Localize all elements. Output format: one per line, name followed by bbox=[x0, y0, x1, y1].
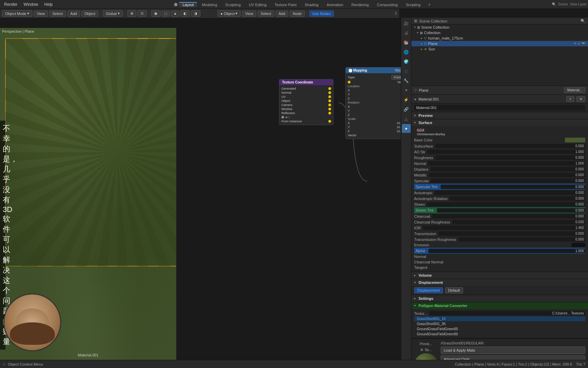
tab-animation[interactable]: Animation bbox=[323, 2, 347, 7]
subsurface-value[interactable]: 0.000 bbox=[435, 144, 585, 148]
specular-tint-value[interactable]: 0.000 bbox=[441, 185, 585, 189]
tab-shading[interactable]: Shading bbox=[301, 2, 322, 7]
preview-header[interactable]: ▾ Preview bbox=[411, 112, 588, 119]
tab-layout[interactable]: Layout bbox=[179, 2, 197, 7]
outliner-collection[interactable]: ▾ ⊞ Collection bbox=[411, 30, 588, 35]
plane-restriction-icons: 👁 🖱 📷 bbox=[574, 42, 585, 45]
modifier-properties-icon[interactable]: 🔧 bbox=[402, 76, 411, 85]
alpha-value[interactable]: 1.000 bbox=[428, 249, 585, 253]
shading-rendered-button[interactable]: ◑ bbox=[191, 10, 200, 17]
particles-properties-icon[interactable]: ✦ bbox=[402, 86, 411, 95]
tab-modeling[interactable]: Modeling bbox=[198, 2, 220, 7]
displacement-header[interactable]: ▾ Displacement bbox=[411, 279, 588, 286]
sheen-value[interactable]: 0.000 bbox=[427, 202, 585, 206]
tab-texture-paint[interactable]: Texture Paint bbox=[271, 2, 300, 7]
normal-value[interactable]: 1.000 bbox=[428, 161, 585, 166]
clearcoat-value[interactable]: 0.000 bbox=[432, 214, 585, 218]
add-button[interactable]: Add bbox=[67, 11, 80, 17]
add-workspace-button[interactable]: + bbox=[425, 1, 434, 8]
ao-value[interactable]: 1.000 bbox=[427, 150, 585, 154]
mapping-node[interactable]: ⬤ Mapping Vector Type: Point▾ Vector Loc… bbox=[345, 67, 408, 139]
surface-chevron: ▾ bbox=[414, 121, 416, 124]
menu-help[interactable]: Help bbox=[42, 1, 55, 7]
default-tab[interactable]: Default bbox=[445, 287, 463, 293]
collection-label: Collection bbox=[424, 31, 440, 35]
outliner-panel: ⊞ Scene Collection 🔍 ▾ ⊞ Scene Collectio… bbox=[411, 18, 588, 86]
tab-scripting[interactable]: Scripting bbox=[403, 2, 424, 7]
menu-window[interactable]: Window bbox=[21, 1, 41, 7]
load-apply-button[interactable]: Load & Apply Mate bbox=[441, 347, 585, 354]
material-name-input[interactable]: Material.001 bbox=[414, 105, 585, 110]
menu-render[interactable]: Render bbox=[1, 1, 20, 7]
world-properties-icon[interactable]: 🌍 bbox=[402, 57, 411, 66]
render-properties-icon[interactable]: 🎥 bbox=[402, 19, 411, 28]
metallic-value[interactable]: 0.000 bbox=[429, 173, 585, 177]
displacement-tab[interactable]: Displacement bbox=[414, 287, 443, 293]
object-button[interactable]: Object bbox=[81, 11, 98, 17]
sheen-tint-value[interactable]: 0.500 bbox=[437, 208, 585, 213]
viewport-3d[interactable]: Perspective | Plane 不幸的是，几乎没有3D软件可以解决这个问… bbox=[0, 28, 176, 360]
settings-header[interactable]: ▸ Settings bbox=[411, 295, 588, 302]
anisotropic-rot-value[interactable]: 0.000 bbox=[450, 196, 585, 201]
surface-header[interactable]: ▾ Surface bbox=[411, 119, 588, 126]
outliner-filter-icon[interactable]: 🔍 bbox=[581, 19, 585, 23]
sheen-label: Sheen bbox=[414, 202, 425, 206]
output-properties-icon[interactable]: 🖨 bbox=[402, 29, 411, 37]
props-material-tab[interactable]: Material... bbox=[564, 87, 585, 93]
use-nodes-button[interactable]: Use Nodes bbox=[309, 11, 334, 17]
texture-path-value[interactable]: C:\Users\r... Textures bbox=[429, 311, 585, 316]
shading-material-button[interactable]: ◐ bbox=[180, 10, 190, 17]
outliner-scene-collection[interactable]: ▾ ⊞ Scene Collection bbox=[411, 25, 588, 30]
outliner-plane[interactable]: ▸ ▽ Plane 👁 🖱 📷 bbox=[411, 41, 588, 46]
texture-coord-node[interactable]: Texture Coordinate Generated Normal UV O… bbox=[279, 79, 333, 125]
texture-item-0[interactable]: GrassShort001_1K bbox=[414, 316, 585, 321]
shading-solid-button[interactable]: ● bbox=[171, 11, 179, 17]
transform-global-dropdown[interactable]: Global ▾ bbox=[103, 10, 123, 17]
clearcoat-rough-value[interactable]: 0.030 bbox=[452, 220, 585, 224]
texture-item-3[interactable]: GroundGrassFieldGreen00 bbox=[414, 332, 585, 337]
tab-rendering[interactable]: Rendering bbox=[348, 2, 372, 7]
physics-properties-icon[interactable]: ⚡ bbox=[402, 95, 411, 104]
constraints-properties-icon[interactable]: 🔗 bbox=[402, 105, 411, 114]
outliner-human[interactable]: ▸ ▽ human_male_175cm bbox=[411, 35, 588, 41]
node-select-button[interactable]: Select bbox=[258, 11, 274, 17]
node-add-button[interactable]: Add bbox=[276, 11, 289, 17]
object-mode-dropdown[interactable]: Object Mode ▾ bbox=[2, 10, 32, 17]
scene-properties-icon[interactable]: 🌐 bbox=[402, 48, 411, 57]
view-button[interactable]: View bbox=[34, 11, 48, 17]
snap-button[interactable]: ⊕ bbox=[127, 10, 136, 17]
preview-sphere-icon[interactable]: ⚙ bbox=[420, 348, 423, 352]
texture-item-1[interactable]: GrassShort001_3K bbox=[414, 321, 585, 326]
delete-material-button[interactable]: ✕ bbox=[576, 96, 585, 102]
trans-rough-value[interactable]: 0.000 bbox=[458, 237, 585, 242]
material-properties-icon[interactable]: ● bbox=[402, 124, 411, 133]
displace-value[interactable]: 0.000 bbox=[430, 167, 585, 171]
overlay-button[interactable]: ◉ bbox=[151, 10, 161, 17]
volume-header[interactable]: ▸ Volume bbox=[411, 272, 588, 279]
node-node-button[interactable]: Node bbox=[290, 11, 305, 17]
node-editor[interactable]: Texture Coordinate Generated Normal UV O… bbox=[272, 28, 411, 360]
proportional-button[interactable]: ⊙ bbox=[137, 10, 147, 17]
base-color-swatch[interactable] bbox=[565, 138, 585, 142]
emission-swatch[interactable] bbox=[572, 243, 585, 247]
tab-sculpting[interactable]: Sculpting bbox=[222, 2, 244, 7]
roughness-value[interactable]: 0.000 bbox=[435, 155, 585, 160]
object-data-icon[interactable]: △ bbox=[402, 114, 411, 123]
shading-wire-button[interactable]: □ bbox=[162, 11, 170, 17]
tab-compositing[interactable]: Compositing bbox=[374, 2, 401, 7]
tab-uv[interactable]: UV Editing bbox=[245, 2, 270, 7]
specular-value[interactable]: 0.500 bbox=[431, 179, 585, 183]
object-properties-icon[interactable]: □ bbox=[402, 67, 411, 76]
texture-item-2[interactable]: GroundGrassFieldGreen00 bbox=[414, 326, 585, 332]
node-view-button[interactable]: View bbox=[242, 11, 256, 17]
new-material-button[interactable]: + bbox=[566, 96, 574, 102]
ior-value[interactable]: 1.450 bbox=[423, 226, 585, 230]
advanced-optic-button[interactable]: Advanced Optic bbox=[441, 355, 585, 360]
node-material-dropdown[interactable]: ● Object ▾ bbox=[217, 10, 241, 17]
view-layer-properties-icon[interactable]: 📚 bbox=[402, 38, 411, 47]
outliner-sun[interactable]: ▸ ☀ Sun bbox=[411, 46, 588, 52]
anisotropic-value[interactable]: 0.000 bbox=[435, 190, 585, 195]
polligon-header[interactable]: ▾ Polligon Material Converter bbox=[411, 302, 588, 309]
select-button[interactable]: Select bbox=[49, 11, 66, 17]
transmission-value[interactable]: 0.000 bbox=[438, 231, 585, 236]
